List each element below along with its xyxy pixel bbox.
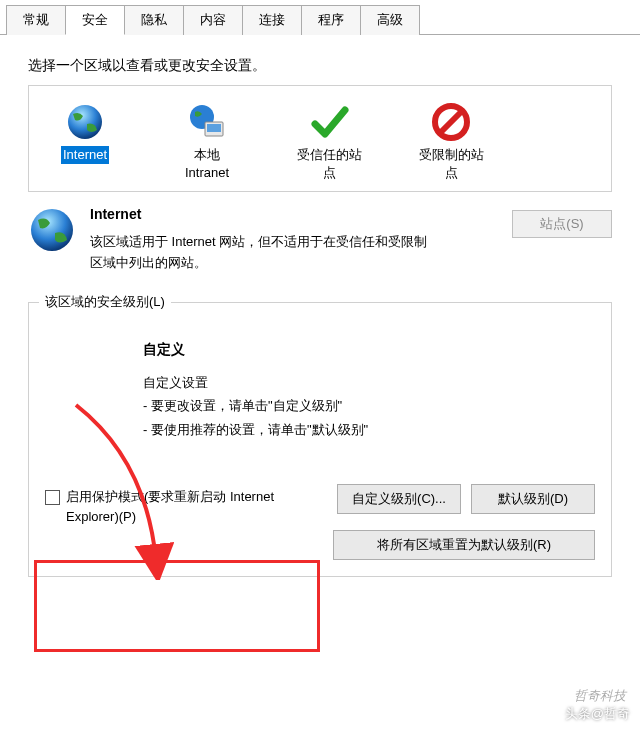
- tab-privacy[interactable]: 隐私: [124, 5, 184, 35]
- intranet-icon: [187, 102, 227, 142]
- zone-detail-text: 该区域适用于 Internet 网站，但不适用于在受信任和受限制区域中列出的网站…: [90, 232, 430, 274]
- no-entry-icon: [431, 102, 471, 142]
- tab-connections[interactable]: 连接: [242, 5, 302, 35]
- tab-general[interactable]: 常规: [6, 5, 66, 35]
- security-level-legend: 该区域的安全级别(L): [39, 293, 171, 311]
- custom-level-button[interactable]: 自定义级别(C)...: [337, 484, 461, 514]
- tab-panel-security: 选择一个区域以查看或更改安全设置。 Internet: [0, 35, 640, 593]
- checkmark-icon: [309, 102, 349, 142]
- svg-line-5: [441, 112, 461, 132]
- zone-restricted[interactable]: 受限制的站 点: [405, 102, 497, 181]
- custom-title: 自定义: [143, 341, 595, 359]
- protected-mode-checkbox[interactable]: [45, 490, 60, 505]
- watermark-brand: 哲奇科技: [574, 687, 626, 705]
- protected-mode-label: 启用保护模式(要求重新启动 Internet Explorer)(P): [66, 487, 286, 526]
- reset-all-button[interactable]: 将所有区域重置为默认级别(R): [333, 530, 595, 560]
- svg-point-6: [31, 209, 73, 251]
- zone-list: Internet 本地 Intranet 受信任的站 点: [28, 85, 612, 192]
- zone-description: Internet 该区域适用于 Internet 网站，但不适用于在受信任和受限…: [28, 206, 612, 274]
- tab-content[interactable]: 内容: [183, 5, 243, 35]
- custom-line1: - 要更改设置，请单击"自定义级别": [143, 396, 595, 416]
- security-level-group: 该区域的安全级别(L) 自定义 自定义设置 - 要更改设置，请单击"自定义级别"…: [28, 302, 612, 578]
- zone-restricted-label: 受限制的站 点: [419, 146, 484, 181]
- custom-subtitle: 自定义设置: [143, 373, 595, 393]
- zone-prompt: 选择一个区域以查看或更改安全设置。: [28, 57, 612, 75]
- zone-intranet-label: 本地 Intranet: [185, 146, 229, 181]
- svg-point-0: [68, 105, 102, 139]
- zone-internet-label: Internet: [61, 146, 109, 164]
- globe-icon: [65, 102, 105, 142]
- tab-advanced[interactable]: 高级: [360, 5, 420, 35]
- zone-trusted[interactable]: 受信任的站 点: [283, 102, 375, 181]
- tab-programs[interactable]: 程序: [301, 5, 361, 35]
- zone-trusted-label: 受信任的站 点: [297, 146, 362, 181]
- zone-intranet[interactable]: 本地 Intranet: [161, 102, 253, 181]
- sites-button[interactable]: 站点(S): [512, 210, 612, 238]
- globe-large-icon: [28, 206, 76, 254]
- custom-line2: - 要使用推荐的设置，请单击"默认级别": [143, 420, 595, 440]
- default-level-button[interactable]: 默认级别(D): [471, 484, 595, 514]
- watermark-attribution: 头条@哲奇: [565, 705, 630, 723]
- svg-rect-3: [207, 124, 221, 132]
- tab-strip: 常规 安全 隐私 内容 连接 程序 高级: [0, 0, 640, 35]
- tab-security[interactable]: 安全: [65, 5, 125, 35]
- zone-internet[interactable]: Internet: [39, 102, 131, 181]
